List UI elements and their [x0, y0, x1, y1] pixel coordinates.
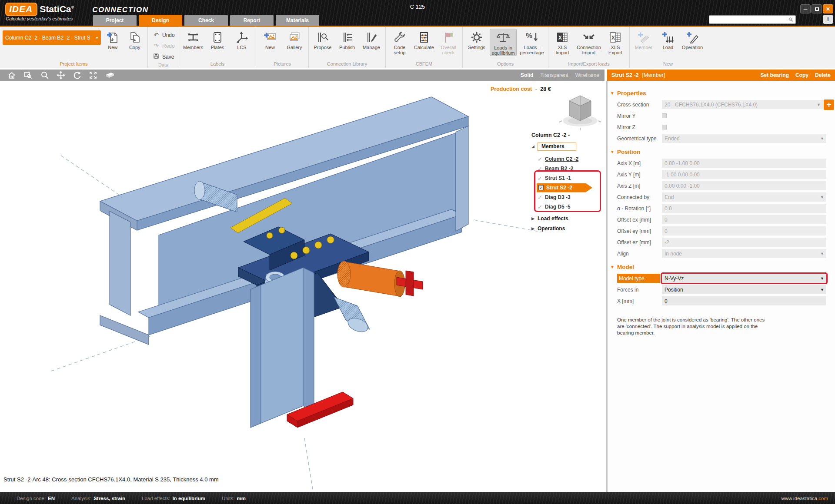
- lcs-axes-icon: [236, 30, 248, 45]
- loads-percentage-button[interactable]: % Loads - percentage: [518, 29, 545, 55]
- tab-report[interactable]: Report: [230, 15, 274, 26]
- undo-icon: ↶: [152, 32, 160, 38]
- gear-icon: [470, 30, 483, 45]
- svg-text:X: X: [611, 35, 615, 41]
- delete-member-button[interactable]: Delete: [815, 72, 831, 78]
- tab-check[interactable]: Check: [184, 15, 228, 26]
- xls-import-button[interactable]: X XLS Import: [551, 29, 574, 55]
- view-mode-transparent[interactable]: Transparent: [540, 72, 568, 78]
- new-project-item-button[interactable]: New: [103, 29, 123, 50]
- xls-export-icon: X: [609, 30, 621, 45]
- navigation-cube[interactable]: [558, 90, 603, 132]
- svg-text:%: %: [526, 32, 532, 40]
- group-label: Project Items: [3, 60, 145, 68]
- wrench-icon: [394, 30, 406, 45]
- tab-design[interactable]: Design: [139, 15, 182, 26]
- model-type-label-highlighted: Model type: [617, 274, 660, 283]
- row-offset-ex: Offset ex [mm] 0: [608, 215, 835, 224]
- calculate-button[interactable]: Calculate: [413, 29, 435, 50]
- load-arrows-icon: [661, 30, 675, 45]
- redo-icon: ↷: [152, 43, 160, 49]
- new-operation-button[interactable]: Operation: [681, 29, 704, 50]
- view-mode-solid[interactable]: Solid: [521, 72, 533, 78]
- propose-button[interactable]: Propose: [311, 29, 334, 50]
- overall-check-button: Overall check: [437, 29, 460, 55]
- website-link[interactable]: www.ideastatica.com: [782, 496, 828, 501]
- operation-pencil-icon: [686, 30, 699, 45]
- new-load-button[interactable]: Load: [657, 29, 679, 50]
- align-select: In node▼: [662, 249, 826, 258]
- search-box[interactable]: 🔍︎: [709, 15, 796, 24]
- maximize-button[interactable]: [812, 4, 822, 13]
- loads-in-equilibrium-button[interactable]: Loads in equilibrium: [490, 29, 517, 56]
- zoom-button[interactable]: [40, 71, 49, 80]
- labels-toggle-button[interactable]: [105, 71, 115, 80]
- production-cost: Production cost - 28 €: [491, 86, 551, 92]
- plates-icon: [212, 30, 223, 45]
- row-mirror-y: Mirror Y: [608, 111, 835, 120]
- view-mode-wireframe[interactable]: Wireframe: [575, 72, 599, 78]
- home-view-button[interactable]: [7, 71, 16, 80]
- row-alpha-rotation: α - Rotation [°] 0.0: [608, 204, 835, 213]
- close-button[interactable]: ✕: [823, 4, 833, 13]
- manage-button[interactable]: Manage: [360, 29, 383, 50]
- import-arrows-icon: [582, 30, 596, 45]
- search-input[interactable]: [709, 16, 788, 23]
- undo-button[interactable]: ↶Undo: [150, 30, 177, 40]
- pan-button[interactable]: [57, 71, 65, 80]
- new-picture-button[interactable]: New: [259, 29, 281, 50]
- info-button[interactable]: i: [823, 15, 833, 24]
- status-load-effects: Load effects:In equilibrium: [142, 496, 205, 501]
- section-position[interactable]: ▼ Position: [608, 146, 835, 157]
- zoom-fit-button[interactable]: [89, 71, 97, 80]
- collapse-icon: ▼: [608, 265, 617, 269]
- settings-button[interactable]: Settings: [465, 29, 488, 50]
- offset-ex-field: 0: [662, 215, 826, 224]
- save-button[interactable]: Save: [150, 52, 176, 61]
- idea-logo: IDEA: [5, 3, 37, 16]
- tree-load-effects-node[interactable]: ▶ Load effects: [531, 213, 605, 223]
- section-properties[interactable]: ▼ Properties: [608, 88, 835, 98]
- group-label: CBFEM: [388, 60, 460, 68]
- tab-materials[interactable]: Materials: [276, 15, 319, 26]
- members-labels-button[interactable]: Members: [182, 29, 204, 50]
- chevron-down-icon: ▾: [93, 35, 101, 40]
- project-item-selector[interactable]: Column C2 -2 - Beam B2 -2 - Strut S˙ ▾: [3, 30, 101, 45]
- x-position-field[interactable]: 0: [662, 296, 826, 305]
- rotate-button[interactable]: [73, 71, 81, 80]
- code-setup-button[interactable]: Code setup: [388, 29, 411, 55]
- group-label: Pictures: [259, 60, 306, 68]
- gallery-button[interactable]: Gallery: [283, 29, 306, 50]
- group-options: Settings Loads in equilibrium % Loads - …: [463, 27, 548, 68]
- add-cross-section-button[interactable]: +: [824, 99, 834, 110]
- section-model[interactable]: ▼ Model: [608, 262, 835, 272]
- 3d-viewport[interactable]: Production cost - 28 € Column C2 -2 - ◢ …: [0, 81, 606, 492]
- copy-project-item-button[interactable]: Copy: [125, 29, 145, 50]
- checkmark-icon[interactable]: ✓: [538, 156, 545, 162]
- copy-member-button[interactable]: Copy: [795, 72, 808, 78]
- model-type-select[interactable]: N-Vy-Vz▼: [662, 274, 826, 283]
- member-beam-icon: [637, 30, 650, 45]
- propose-icon: [317, 30, 329, 45]
- publish-button[interactable]: Publish: [336, 29, 358, 50]
- main-tabs: Project Design Check Report Materials: [93, 15, 319, 26]
- row-offset-ey: Offset ey [mm] 0: [608, 226, 835, 235]
- row-axis-y: Axis Y [m] -1.00 0.00 0.00: [608, 170, 835, 179]
- tab-project[interactable]: Project: [93, 15, 137, 26]
- set-bearing-button[interactable]: Set bearing: [761, 72, 789, 78]
- zoom-window-button[interactable]: [23, 71, 33, 80]
- minimize-icon: ─: [804, 6, 808, 12]
- geometrical-type-select: Ended▼: [662, 134, 826, 143]
- group-connection-library: Propose Publish Manage Connection Librar…: [309, 27, 386, 68]
- tree-item-column-c2[interactable]: ✓ Column C2 -2: [538, 154, 605, 164]
- xls-export-button[interactable]: X XLS Export: [604, 29, 627, 55]
- connection-import-button[interactable]: Connection Import: [575, 29, 602, 55]
- lcs-labels-button[interactable]: LCS: [230, 29, 253, 50]
- tree-operations-node[interactable]: ▶ Operations: [531, 223, 605, 233]
- plates-labels-button[interactable]: Plates: [206, 29, 229, 50]
- publish-icon: [341, 30, 353, 45]
- row-align: Align In node▼: [608, 249, 835, 258]
- forces-in-select[interactable]: Position▼: [662, 285, 826, 294]
- minimize-button[interactable]: ─: [800, 4, 811, 13]
- tree-members-node[interactable]: ◢ Members: [531, 142, 605, 151]
